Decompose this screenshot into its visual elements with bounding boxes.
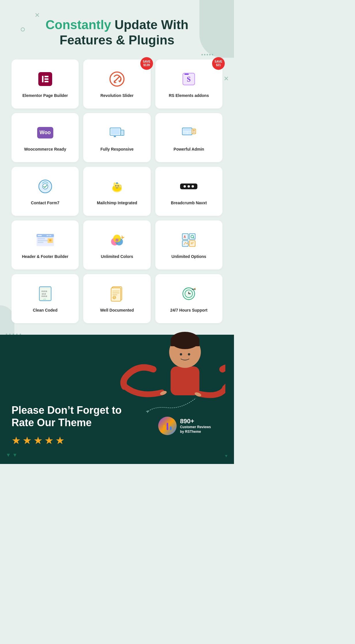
svg-point-40 [49, 239, 51, 241]
rs-icon: S [181, 71, 197, 87]
breadcrumb-dot2 [188, 185, 190, 188]
feature-card-colors: Unlimited Colors [83, 220, 150, 269]
revolution-icon-wrap [108, 70, 126, 88]
revolution-icon [109, 71, 125, 87]
rs-badge-line2: $21 [216, 63, 221, 67]
breadcrumb-icon [180, 184, 197, 189]
elementor-icon-wrap [36, 70, 54, 88]
svg-rect-34 [46, 235, 48, 236]
hf-icon-wrap [36, 231, 54, 249]
admin-icon [181, 125, 197, 141]
reviews-badge: 890+ Customer Reviews by RSTheme [158, 417, 211, 435]
bottom-heading-line1: Please Don’t Forget to [12, 404, 122, 416]
svg-rect-2 [44, 78, 48, 80]
svg-rect-12 [121, 130, 123, 134]
star-3: ★ [33, 435, 43, 447]
svg-rect-38 [37, 242, 43, 243]
hf-icon [36, 233, 54, 247]
svg-rect-51 [182, 240, 188, 246]
responsive-label: Fully Responsive [100, 147, 133, 152]
docs-icon-wrap [108, 284, 126, 303]
svg-rect-3 [44, 81, 48, 82]
page-wrapper: ✕ ✕ Constantly Update WithFeatures & Plu… [0, 0, 234, 464]
svg-point-78 [180, 353, 182, 355]
woo-icon: Woo [37, 127, 53, 138]
support-icon-wrap: 24h [180, 284, 198, 303]
star-5: ★ [55, 435, 65, 447]
svg-rect-37 [37, 240, 48, 241]
svg-rect-13 [122, 135, 123, 135]
feature-card-elementor: Elementor Page Builder [12, 59, 79, 108]
revolution-badge: SAVE $139 [140, 57, 153, 70]
svg-rect-1 [44, 76, 48, 77]
feature-grid: Elementor Page Builder SAVE $139 Revolut… [0, 59, 234, 335]
svg-rect-17 [188, 132, 191, 134]
rs-icon-wrap: S [180, 70, 198, 88]
feature-card-hf: Header & Footer Builder [12, 220, 79, 269]
svg-point-28 [118, 185, 119, 186]
woo-text: Woo [39, 130, 51, 136]
svg-point-27 [115, 185, 116, 186]
colors-icon-wrap [108, 231, 126, 249]
feature-card-responsive: Fully Responsive [83, 113, 150, 162]
rs-badge-line1: SAVE [215, 60, 222, 63]
svg-text:1010: 1010 [41, 293, 46, 295]
svg-rect-35 [49, 235, 51, 236]
svg-point-44 [115, 238, 118, 242]
cf7-icon-wrap [36, 177, 54, 196]
svg-rect-20 [193, 132, 195, 133]
elementor-icon [38, 72, 52, 86]
svg-rect-52 [189, 240, 195, 246]
badge-line1: SAVE [143, 60, 150, 63]
svg-rect-15 [183, 129, 191, 131]
svg-rect-84 [170, 426, 171, 430]
responsive-icon-wrap [108, 123, 126, 142]
triangle-bl: ▼ ▼ [6, 452, 18, 458]
svg-point-19 [193, 129, 195, 131]
reviews-sub: Customer Reviews by RSTheme [180, 425, 211, 434]
svg-point-29 [119, 185, 121, 188]
svg-rect-16 [183, 132, 187, 134]
svg-text:A: A [184, 235, 186, 239]
person-container [12, 335, 222, 387]
woo-icon-wrap: Woo [36, 123, 54, 142]
admin-icon-wrap [180, 123, 198, 142]
feature-card-clean: 01010 1010 01010 </> Clean Coded [12, 274, 79, 323]
feature-card-breadcrumb: Breadcrumb Navxt [155, 167, 222, 216]
rs-elements-label: RS Elements addons [169, 93, 209, 98]
star-2: ★ [22, 435, 32, 447]
svg-text:01010: 01010 [41, 295, 47, 297]
options-icon-wrap: A [180, 231, 198, 249]
elementor-label: Elementor Page Builder [22, 93, 68, 98]
reviews-logo [158, 417, 177, 435]
options-label: Unlimited Options [171, 254, 206, 259]
breadcrumb-dot3 [192, 185, 194, 188]
feature-card-options: A Unlimited Options [155, 220, 222, 269]
elementor-svg [41, 75, 50, 83]
person-illustration [110, 312, 225, 398]
mailchimp-label: Mailchimp Integrated [97, 200, 137, 205]
svg-rect-33 [37, 235, 42, 236]
clean-label: Clean Coded [33, 308, 58, 313]
breadcrumb-dot1 [184, 185, 186, 188]
reviews-by: by RSTheme [180, 430, 201, 434]
svg-text:S: S [187, 75, 191, 83]
svg-rect-7 [184, 74, 189, 75]
svg-rect-77 [171, 340, 199, 346]
admin-label: Powerful Admin [173, 147, 204, 152]
feature-card-cf7: Contact Form7 [12, 167, 79, 216]
rstheme-logo [162, 421, 173, 431]
revolution-label: Revolution Slider [100, 93, 133, 98]
breadcrumb-icon-wrap [180, 177, 198, 196]
svg-rect-9 [111, 129, 120, 134]
title-highlight: Constantly [46, 18, 111, 32]
star-1: ★ [12, 435, 21, 447]
reviews-text: 890+ Customer Reviews by RSTheme [180, 418, 211, 434]
feature-card-rs-elements: SAVE $21 S RS Elements addons [155, 59, 222, 108]
rs-badge: SAVE $21 [212, 57, 225, 70]
svg-rect-74 [171, 366, 199, 395]
cf7-icon [37, 178, 53, 194]
bottom-heading: Please Don’t Forget to Rate Our Theme [12, 404, 127, 429]
star-4: ★ [44, 435, 54, 447]
breadcrumb-label: Breadcrumb Navxt [171, 200, 207, 205]
